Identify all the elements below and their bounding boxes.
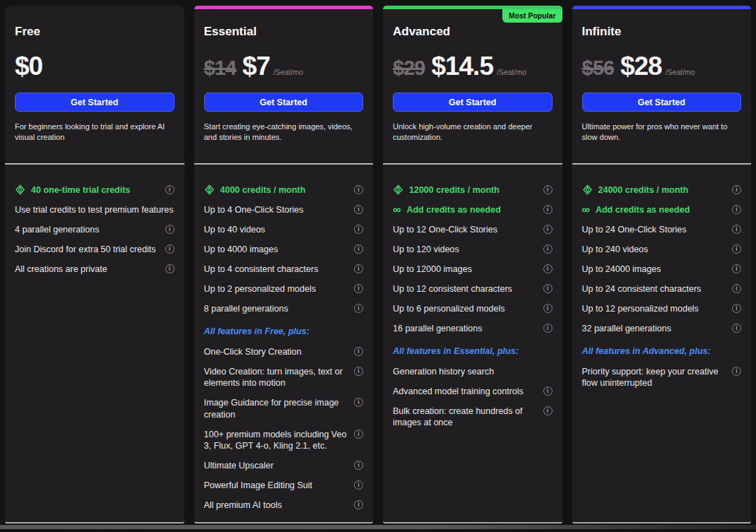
bottom-edge-strip — [0, 525, 756, 529]
info-icon[interactable]: i — [354, 500, 363, 509]
info-icon[interactable]: i — [354, 430, 363, 439]
feature-text: Generation history search — [393, 366, 494, 378]
feature-content: 40 one-time trial credits — [15, 184, 130, 196]
plan-header: Free$0Get StartedFor beginners looking t… — [5, 9, 184, 163]
feature-content: 4000 credits / month — [204, 184, 306, 196]
feature-row: Up to 4 consistent charactersi — [204, 264, 364, 276]
feature-text: Join Discord for extra 50 trial credits — [15, 244, 155, 256]
get-started-button[interactable]: Get Started — [15, 93, 175, 112]
feature-row: Up to 6 personalized modelsi — [393, 303, 553, 315]
info-icon[interactable]: i — [543, 304, 553, 313]
feature-row: Generation history search — [393, 366, 553, 378]
feature-row: Up to 120 videosi — [393, 244, 553, 256]
feature-text: Ultimate Upscaler — [204, 460, 274, 472]
info-icon[interactable]: i — [732, 324, 741, 333]
info-icon[interactable]: i — [732, 284, 741, 293]
info-icon[interactable]: i — [165, 185, 175, 194]
info-icon[interactable]: i — [543, 225, 553, 234]
info-icon[interactable]: i — [354, 480, 363, 490]
current-price: $7 — [242, 52, 270, 81]
feature-content: Up to 24 One-Click Stories — [582, 224, 687, 236]
info-icon[interactable]: i — [732, 244, 741, 254]
info-icon[interactable]: i — [732, 185, 741, 194]
plan-description: Start creating eye-catching images, vide… — [204, 122, 364, 143]
feature-content: Advanced model training controls — [393, 386, 524, 398]
get-started-button[interactable]: Get Started — [582, 93, 742, 112]
get-started-button[interactable]: Get Started — [204, 93, 364, 112]
feature-row: Video Creation: turn images, text or ele… — [204, 366, 364, 389]
info-icon[interactable]: i — [165, 225, 175, 234]
feature-text: Up to 24 consistent characters — [582, 283, 702, 295]
feature-content: 12000 credits / month — [393, 184, 500, 196]
info-icon[interactable]: i — [354, 284, 363, 293]
feature-content: Up to 6 personalized models — [393, 303, 504, 315]
feature-text: Up to 2 personalized models — [204, 283, 316, 295]
info-icon[interactable]: i — [732, 205, 741, 214]
feature-row: Up to 40 videosi — [204, 224, 364, 236]
info-icon[interactable]: i — [165, 244, 175, 254]
info-icon[interactable]: i — [354, 205, 363, 214]
info-icon[interactable]: i — [354, 367, 363, 376]
feature-text: Up to 4 consistent characters — [204, 264, 319, 276]
current-price: $0 — [15, 52, 42, 81]
info-icon[interactable]: i — [543, 244, 553, 254]
credits-feature-row: 24000 credits / monthi — [582, 184, 742, 196]
feature-text: Up to 24 One-Click Stories — [582, 224, 687, 236]
feature-content: Up to 12 consistent characters — [393, 283, 512, 295]
info-icon[interactable]: i — [354, 461, 363, 470]
feature-row: Up to 24000 imagesi — [582, 264, 742, 276]
feature-content: Up to 12 One-Click Stories — [393, 224, 497, 236]
feature-row: All premium AI toolsi — [204, 500, 364, 512]
info-icon[interactable]: i — [543, 185, 553, 194]
feature-content: One-Click Story Creation — [204, 346, 302, 358]
info-icon[interactable]: i — [543, 284, 553, 293]
info-icon[interactable]: i — [354, 398, 363, 407]
feature-content: Up to 24000 images — [582, 264, 661, 276]
feature-text: Use trial credits to test premium featur… — [15, 204, 173, 216]
feature-text: 16 parallel generations — [393, 323, 482, 335]
info-icon[interactable]: i — [354, 225, 363, 234]
credits-feature-row: 4000 credits / monthi — [204, 184, 364, 196]
plan-card-infinite: Infinite$56$28/Seat/moGet StartedUltimat… — [572, 6, 752, 524]
info-icon[interactable]: i — [354, 244, 363, 254]
feature-content: Up to 24 consistent characters — [582, 283, 702, 295]
features-section-heading: All features in Essential, plus: — [393, 346, 553, 356]
credits-feature-row: 12000 credits / monthi — [393, 184, 553, 196]
feature-content: Use trial credits to test premium featur… — [15, 204, 173, 216]
info-icon[interactable]: i — [165, 264, 175, 273]
info-icon[interactable]: i — [732, 367, 741, 376]
info-icon[interactable]: i — [732, 304, 741, 313]
info-icon[interactable]: i — [543, 406, 553, 415]
feature-text: Priority support: keep your creative flo… — [582, 366, 727, 389]
feature-content: Generation history search — [393, 366, 494, 378]
info-icon[interactable]: i — [732, 264, 741, 273]
feature-content: Up to 12 personalized models — [582, 303, 699, 315]
feature-text: Add credits as needed — [596, 204, 690, 216]
feature-content: Bulk creation: create hundreds of images… — [393, 406, 538, 429]
info-icon[interactable]: i — [543, 324, 553, 333]
feature-content: All premium AI tools — [204, 500, 282, 512]
info-icon[interactable]: i — [354, 347, 363, 356]
info-icon[interactable]: i — [354, 264, 363, 273]
features-section-heading: All features in Free, plus: — [204, 326, 364, 336]
info-icon[interactable]: i — [543, 205, 553, 214]
feature-text: 32 parallel generations — [582, 323, 671, 335]
info-icon[interactable]: i — [732, 225, 741, 234]
info-icon[interactable]: i — [543, 386, 553, 396]
features-list: 12000 credits / monthi∞Add credits as ne… — [383, 165, 562, 522]
feature-content: Up to 4 consistent characters — [204, 264, 319, 276]
feature-content: Up to 2 personalized models — [204, 283, 316, 295]
plan-card-free: Free$0Get StartedFor beginners looking t… — [5, 6, 184, 524]
feature-content: Image Guidance for precise image creatio… — [204, 397, 349, 420]
feature-row: 16 parallel generationsi — [393, 323, 553, 335]
feature-text: Up to 12 personalized models — [582, 303, 699, 315]
feature-text: 8 parallel generations — [204, 303, 289, 315]
feature-text: All creations are private — [15, 264, 107, 276]
info-icon[interactable]: i — [354, 185, 363, 194]
get-started-button[interactable]: Get Started — [393, 93, 553, 112]
info-icon[interactable]: i — [354, 304, 363, 313]
info-icon[interactable]: i — [543, 264, 553, 273]
price-suffix: /Seat/mo — [497, 68, 526, 76]
features-list: 24000 credits / monthi∞Add credits as ne… — [572, 165, 752, 522]
feature-text: Advanced model training controls — [393, 386, 524, 398]
